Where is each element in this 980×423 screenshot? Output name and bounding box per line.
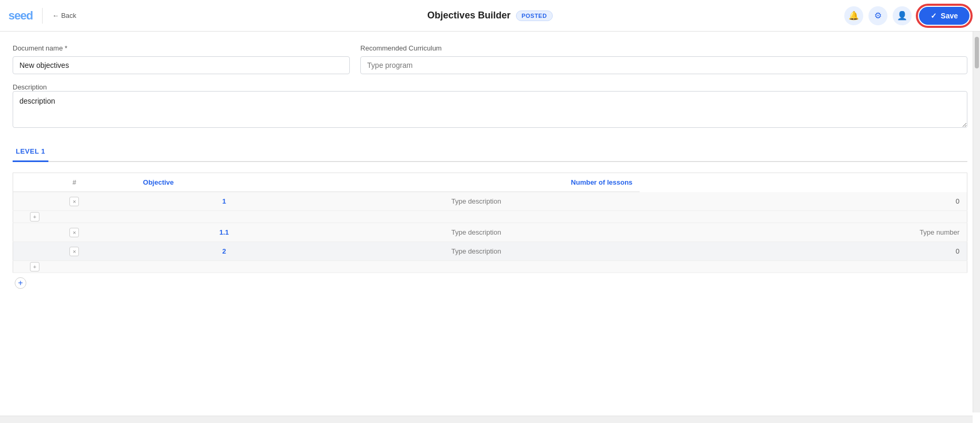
- remove-row-icon[interactable]: ×: [69, 228, 79, 237]
- add-sub-row-icon[interactable]: +: [30, 212, 39, 221]
- description-input[interactable]: [320, 197, 632, 205]
- doc-name-input[interactable]: [13, 56, 350, 74]
- rec-curriculum-input[interactable]: [360, 56, 967, 74]
- doc-name-label: Document name *: [13, 44, 350, 52]
- nav-center: Objectives Builder POSTED: [427, 10, 552, 21]
- rec-curriculum-group: Recommended Curriculum: [360, 44, 967, 74]
- nav-right: 🔔 ⚙ 👤 ✓ Save: [844, 5, 972, 27]
- tabs-row: LEVEL 1: [13, 142, 967, 162]
- save-button[interactable]: ✓ Save: [919, 7, 969, 25]
- description-group: Description: [13, 83, 967, 129]
- main-content: Document name * Recommended Curriculum D…: [0, 32, 980, 423]
- col-num-header: #: [13, 173, 136, 192]
- description-label: Description: [13, 83, 47, 91]
- user-icon-button[interactable]: 👤: [893, 6, 912, 25]
- rec-curriculum-label: Recommended Curriculum: [360, 44, 967, 52]
- scrollbar-track[interactable]: [973, 32, 980, 412]
- row-description[interactable]: [312, 223, 640, 242]
- status-badge: POSTED: [516, 11, 552, 21]
- gear-icon: ⚙: [874, 11, 882, 21]
- row-description[interactable]: [312, 192, 640, 211]
- doc-name-group: Document name *: [13, 44, 350, 74]
- scrollbar-thumb[interactable]: [975, 37, 979, 68]
- lessons-input[interactable]: [647, 228, 959, 236]
- row-number: 2: [136, 242, 312, 261]
- logo: seed: [8, 9, 33, 23]
- form-top-row: Document name * Recommended Curriculum: [13, 44, 967, 74]
- row-lessons[interactable]: 0: [640, 192, 967, 211]
- bottom-scrollbar[interactable]: [0, 416, 973, 423]
- row-number: 1.1: [136, 223, 312, 242]
- description-input[interactable]: [320, 228, 632, 236]
- save-btn-highlight: ✓ Save: [917, 5, 972, 27]
- notification-icon-button[interactable]: 🔔: [844, 6, 863, 25]
- back-arrow-icon: ←: [52, 12, 59, 19]
- bell-icon: 🔔: [848, 11, 859, 21]
- settings-icon-button[interactable]: ⚙: [868, 6, 887, 25]
- description-textarea[interactable]: [13, 91, 967, 128]
- check-icon: ✓: [931, 12, 937, 20]
- remove-row-icon[interactable]: ×: [69, 197, 79, 206]
- tab-level-1[interactable]: LEVEL 1: [13, 142, 48, 162]
- plus-icon: +: [18, 278, 23, 288]
- user-icon: 👤: [897, 11, 907, 21]
- objectives-table: # Objective Number of lessons ×10+×1.1×2…: [13, 173, 967, 273]
- back-button[interactable]: ← Back: [52, 12, 76, 19]
- page-title: Objectives Builder: [427, 10, 510, 21]
- top-nav: seed ← Back Objectives Builder POSTED 🔔 …: [0, 0, 980, 32]
- row-lessons[interactable]: [640, 223, 967, 242]
- description-input[interactable]: [320, 247, 632, 255]
- add-sub-row-icon[interactable]: +: [30, 262, 39, 271]
- nav-left: seed ← Back: [8, 8, 76, 24]
- save-label: Save: [941, 12, 958, 20]
- row-lessons[interactable]: 0: [640, 242, 967, 261]
- col-objective-header: Objective: [136, 173, 312, 192]
- remove-row-icon[interactable]: ×: [69, 247, 79, 256]
- add-row-button[interactable]: +: [15, 277, 26, 289]
- row-description[interactable]: [312, 242, 640, 261]
- row-number: 1: [136, 192, 312, 211]
- nav-separator: [42, 8, 43, 24]
- col-lessons-header: Number of lessons: [312, 173, 640, 192]
